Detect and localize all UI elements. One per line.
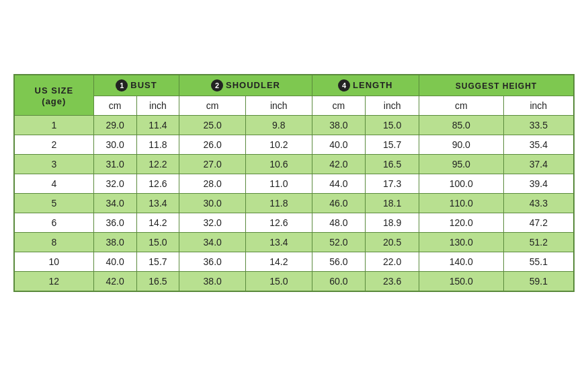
size-cell: 1 (14, 116, 93, 135)
table-row: 838.015.034.013.452.020.5130.051.2 (14, 233, 574, 252)
shoulder-inch-cell: 14.2 (245, 252, 312, 272)
bust-inch-subheader: inch (136, 96, 179, 116)
shoulder-inch-cell: 13.4 (245, 233, 312, 252)
length-cm-cell: 38.0 (312, 116, 366, 135)
length-cm-cell: 42.0 (312, 155, 366, 174)
length-cm-cell: 52.0 (312, 233, 366, 252)
length-cm-cell: 60.0 (312, 272, 366, 292)
height-cm-cell: 130.0 (419, 233, 503, 252)
length-circle: 4 (338, 79, 350, 92)
bust-cm-cell: 40.0 (93, 252, 136, 272)
table-row: 432.012.628.011.044.017.3100.039.4 (14, 174, 574, 194)
shoulder-inch-cell: 10.6 (245, 155, 312, 174)
height-cm-cell: 100.0 (419, 174, 503, 194)
length-inch-cell: 20.5 (366, 233, 419, 252)
bust-cm-cell: 34.0 (93, 194, 136, 213)
us-size-header: US SIZE (age) (14, 75, 93, 116)
size-cell: 5 (14, 194, 93, 213)
shoulder-cm-subheader: cm (179, 96, 246, 116)
table-row: 129.011.425.09.838.015.085.033.5 (14, 116, 574, 135)
length-inch-cell: 18.1 (366, 194, 419, 213)
length-cm-subheader: cm (312, 96, 366, 116)
bust-inch-cell: 15.0 (136, 233, 179, 252)
shoulder-cm-cell: 26.0 (179, 135, 246, 155)
shoulder-cm-cell: 36.0 (179, 252, 246, 272)
shoulder-cm-cell: 27.0 (179, 155, 246, 174)
size-cell: 4 (14, 174, 93, 194)
bust-inch-cell: 14.2 (136, 213, 179, 233)
length-cm-cell: 46.0 (312, 194, 366, 213)
bust-cm-cell: 32.0 (93, 174, 136, 194)
length-inch-cell: 23.6 (366, 272, 419, 292)
length-cm-cell: 40.0 (312, 135, 366, 155)
bust-cm-cell: 36.0 (93, 213, 136, 233)
size-cell: 12 (14, 272, 93, 292)
shoulder-inch-cell: 10.2 (245, 135, 312, 155)
height-cm-cell: 95.0 (419, 155, 503, 174)
bust-cm-cell: 30.0 (93, 135, 136, 155)
length-cm-cell: 44.0 (312, 174, 366, 194)
shoulder-header: 2SHOUDLER (179, 75, 312, 96)
bust-inch-cell: 13.4 (136, 194, 179, 213)
bust-cm-subheader: cm (93, 96, 136, 116)
height-cm-cell: 150.0 (419, 272, 503, 292)
shoulder-inch-cell: 12.6 (245, 213, 312, 233)
height-cm-cell: 90.0 (419, 135, 503, 155)
height-inch-cell: 55.1 (503, 252, 574, 272)
size-cell: 6 (14, 213, 93, 233)
length-inch-cell: 22.0 (366, 252, 419, 272)
height-cm-cell: 110.0 (419, 194, 503, 213)
table-row: 331.012.227.010.642.016.595.037.4 (14, 155, 574, 174)
size-cell: 8 (14, 233, 93, 252)
table-row: 230.011.826.010.240.015.790.035.4 (14, 135, 574, 155)
height-inch-cell: 59.1 (503, 272, 574, 292)
table-row: 1242.016.538.015.060.023.6150.059.1 (14, 272, 574, 292)
bust-cm-cell: 31.0 (93, 155, 136, 174)
length-inch-cell: 17.3 (366, 174, 419, 194)
bust-inch-cell: 16.5 (136, 272, 179, 292)
shoulder-inch-cell: 11.8 (245, 194, 312, 213)
height-inch-cell: 35.4 (503, 135, 574, 155)
height-cm-cell: 85.0 (419, 116, 503, 135)
suggest-inch-subheader: inch (503, 96, 574, 116)
height-cm-cell: 140.0 (419, 252, 503, 272)
bust-inch-cell: 15.7 (136, 252, 179, 272)
shoulder-cm-cell: 34.0 (179, 233, 246, 252)
bust-circle: 1 (116, 79, 128, 92)
length-cm-cell: 48.0 (312, 213, 366, 233)
bust-cm-cell: 29.0 (93, 116, 136, 135)
height-inch-cell: 47.2 (503, 213, 574, 233)
suggest-header: SUGGEST HEIGHT (419, 75, 574, 96)
length-inch-cell: 18.9 (366, 213, 419, 233)
table-row: 534.013.430.011.846.018.1110.043.3 (14, 194, 574, 213)
height-inch-cell: 39.4 (503, 174, 574, 194)
shoulder-inch-subheader: inch (245, 96, 312, 116)
shoulder-inch-cell: 11.0 (245, 174, 312, 194)
shoulder-cm-cell: 32.0 (179, 213, 246, 233)
height-inch-cell: 43.3 (503, 194, 574, 213)
length-cm-cell: 56.0 (312, 252, 366, 272)
bust-cm-cell: 42.0 (93, 272, 136, 292)
table-row: 636.014.232.012.648.018.9120.047.2 (14, 213, 574, 233)
length-inch-subheader: inch (366, 96, 419, 116)
height-inch-cell: 37.4 (503, 155, 574, 174)
height-inch-cell: 33.5 (503, 116, 574, 135)
size-chart-table: US SIZE (age) 1BUST 2SHOUDLER 4LENGTH SU… (13, 74, 575, 292)
shoulder-inch-cell: 15.0 (245, 272, 312, 292)
shoulder-circle: 2 (211, 79, 223, 92)
shoulder-cm-cell: 25.0 (179, 116, 246, 135)
size-cell: 10 (14, 252, 93, 272)
bust-inch-cell: 11.8 (136, 135, 179, 155)
bust-inch-cell: 11.4 (136, 116, 179, 135)
shoulder-cm-cell: 30.0 (179, 194, 246, 213)
suggest-cm-subheader: cm (419, 96, 503, 116)
shoulder-cm-cell: 38.0 (179, 272, 246, 292)
length-inch-cell: 15.7 (366, 135, 419, 155)
bust-header: 1BUST (93, 75, 179, 96)
shoulder-cm-cell: 28.0 (179, 174, 246, 194)
length-inch-cell: 16.5 (366, 155, 419, 174)
bust-inch-cell: 12.6 (136, 174, 179, 194)
length-inch-cell: 15.0 (366, 116, 419, 135)
height-cm-cell: 120.0 (419, 213, 503, 233)
length-header: 4LENGTH (312, 75, 419, 96)
